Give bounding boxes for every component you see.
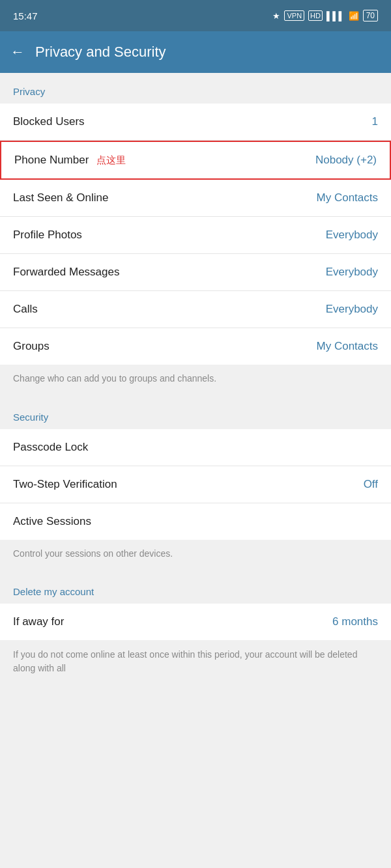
blocked-users-label: Blocked Users [13, 115, 85, 128]
last-seen-value: My Contacts [317, 191, 378, 204]
back-button[interactable]: ← [10, 44, 25, 61]
passcode-lock-item[interactable]: Passcode Lock [0, 429, 391, 466]
active-sessions-item[interactable]: Active Sessions [0, 503, 391, 540]
privacy-section-label: Privacy [0, 73, 391, 104]
active-sessions-label: Active Sessions [13, 515, 91, 528]
sessions-note: Control your sessions on other devices. [0, 540, 391, 568]
status-icons: ★ VPN HD ▌▌▌ 📶 70 [272, 10, 378, 21]
phone-number-item[interactable]: Phone Number 点这里 Nobody (+2) [0, 141, 391, 180]
forwarded-messages-label: Forwarded Messages [13, 266, 119, 279]
two-step-label: Two-Step Verification [13, 478, 117, 491]
phone-number-left: Phone Number 点这里 [14, 154, 126, 167]
two-step-verification-item[interactable]: Two-Step Verification Off [0, 466, 391, 503]
content-area: Privacy Blocked Users 1 Phone Number 点这里… [0, 73, 391, 683]
signal-icon: ▌▌▌ [326, 11, 345, 21]
page-title: Privacy and Security [35, 44, 166, 61]
profile-photos-label: Profile Photos [13, 229, 82, 242]
bluetooth-icon: ★ [272, 11, 280, 21]
profile-photos-item[interactable]: Profile Photos Everybody [0, 217, 391, 254]
vpn-icon: VPN [284, 10, 304, 21]
security-group: Passcode Lock Two-Step Verification Off … [0, 429, 391, 540]
forwarded-messages-item[interactable]: Forwarded Messages Everybody [0, 254, 391, 291]
wifi-icon: 📶 [349, 11, 359, 21]
hd-icon: HD [308, 10, 323, 21]
blocked-users-item[interactable]: Blocked Users 1 [0, 104, 391, 141]
blocked-users-value: 1 [372, 115, 378, 128]
phone-annotation: 点这里 [96, 154, 126, 167]
passcode-lock-label: Passcode Lock [13, 441, 88, 454]
last-seen-item[interactable]: Last Seen & Online My Contacts [0, 180, 391, 217]
battery-icon: 70 [363, 10, 378, 21]
delete-account-section-label: Delete my account [0, 573, 391, 604]
spacer-2 [0, 568, 391, 573]
groups-note: Change who can add you to groups and cha… [0, 365, 391, 393]
groups-value: My Contacts [317, 340, 378, 353]
spacer-1 [0, 393, 391, 399]
delete-account-group: If away for 6 months [0, 604, 391, 640]
page-header: ← Privacy and Security [0, 31, 391, 73]
status-time: 15:47 [13, 10, 38, 21]
security-section-label: Security [0, 399, 391, 429]
forwarded-messages-value: Everybody [326, 266, 378, 279]
phone-number-value: Nobody (+2) [315, 154, 377, 167]
status-bar: 15:47 ★ VPN HD ▌▌▌ 📶 70 [0, 0, 391, 31]
delete-account-footer-note: If you do not come online at least once … [0, 640, 391, 683]
calls-label: Calls [13, 303, 38, 316]
profile-photos-value: Everybody [326, 229, 378, 242]
groups-item[interactable]: Groups My Contacts [0, 328, 391, 365]
calls-value: Everybody [326, 303, 378, 316]
phone-number-label: Phone Number [14, 154, 89, 167]
calls-item[interactable]: Calls Everybody [0, 291, 391, 328]
if-away-for-label: If away for [13, 615, 64, 628]
privacy-group: Blocked Users 1 Phone Number 点这里 Nobody … [0, 104, 391, 365]
groups-label: Groups [13, 340, 50, 353]
if-away-for-value: 6 months [332, 615, 378, 628]
two-step-value: Off [364, 478, 378, 491]
last-seen-label: Last Seen & Online [13, 191, 108, 204]
if-away-for-item[interactable]: If away for 6 months [0, 604, 391, 640]
